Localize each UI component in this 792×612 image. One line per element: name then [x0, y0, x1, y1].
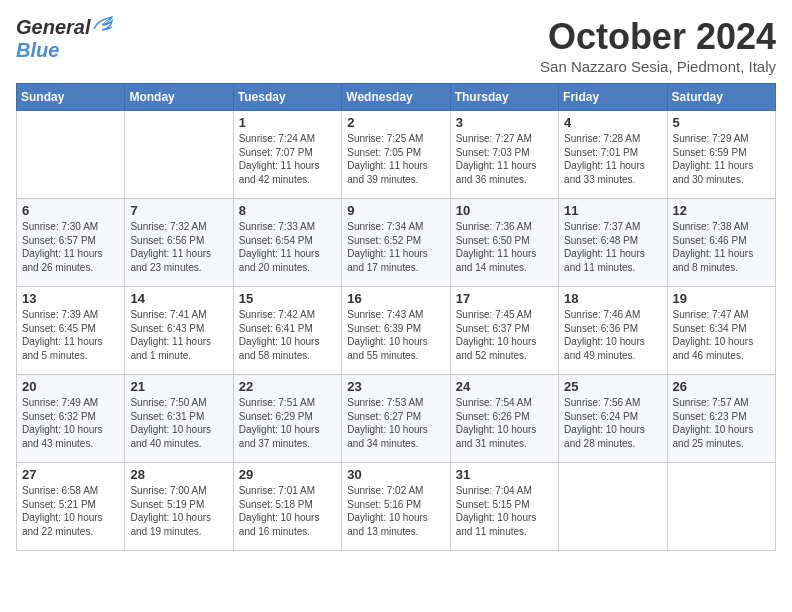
day-info: Sunrise: 7:29 AMSunset: 6:59 PMDaylight:…: [673, 132, 770, 186]
day-number: 4: [564, 115, 661, 130]
calendar-cell: 20Sunrise: 7:49 AMSunset: 6:32 PMDayligh…: [17, 375, 125, 463]
day-number: 16: [347, 291, 444, 306]
day-info: Sunrise: 7:53 AMSunset: 6:27 PMDaylight:…: [347, 396, 444, 450]
day-number: 11: [564, 203, 661, 218]
day-info: Sunrise: 7:49 AMSunset: 6:32 PMDaylight:…: [22, 396, 119, 450]
day-number: 25: [564, 379, 661, 394]
calendar-cell: 24Sunrise: 7:54 AMSunset: 6:26 PMDayligh…: [450, 375, 558, 463]
day-info: Sunrise: 7:02 AMSunset: 5:16 PMDaylight:…: [347, 484, 444, 538]
day-info: Sunrise: 7:27 AMSunset: 7:03 PMDaylight:…: [456, 132, 553, 186]
month-title: October 2024: [540, 16, 776, 58]
calendar-week-2: 6Sunrise: 7:30 AMSunset: 6:57 PMDaylight…: [17, 199, 776, 287]
calendar-cell: 7Sunrise: 7:32 AMSunset: 6:56 PMDaylight…: [125, 199, 233, 287]
calendar-cell: [559, 463, 667, 551]
day-number: 3: [456, 115, 553, 130]
weekday-header-tuesday: Tuesday: [233, 84, 341, 111]
logo-bird-icon: [92, 15, 114, 37]
day-number: 8: [239, 203, 336, 218]
calendar-week-3: 13Sunrise: 7:39 AMSunset: 6:45 PMDayligh…: [17, 287, 776, 375]
calendar-cell: [667, 463, 775, 551]
day-number: 10: [456, 203, 553, 218]
calendar-cell: 30Sunrise: 7:02 AMSunset: 5:16 PMDayligh…: [342, 463, 450, 551]
calendar-cell: 5Sunrise: 7:29 AMSunset: 6:59 PMDaylight…: [667, 111, 775, 199]
calendar-cell: 29Sunrise: 7:01 AMSunset: 5:18 PMDayligh…: [233, 463, 341, 551]
calendar-cell: 22Sunrise: 7:51 AMSunset: 6:29 PMDayligh…: [233, 375, 341, 463]
calendar-cell: 15Sunrise: 7:42 AMSunset: 6:41 PMDayligh…: [233, 287, 341, 375]
calendar-cell: 21Sunrise: 7:50 AMSunset: 6:31 PMDayligh…: [125, 375, 233, 463]
calendar-cell: [17, 111, 125, 199]
day-number: 20: [22, 379, 119, 394]
page-header: General Blue October 2024 San Nazzaro Se…: [16, 16, 776, 75]
day-info: Sunrise: 7:24 AMSunset: 7:07 PMDaylight:…: [239, 132, 336, 186]
day-number: 31: [456, 467, 553, 482]
day-info: Sunrise: 7:04 AMSunset: 5:15 PMDaylight:…: [456, 484, 553, 538]
calendar-cell: 31Sunrise: 7:04 AMSunset: 5:15 PMDayligh…: [450, 463, 558, 551]
logo: General Blue: [16, 16, 114, 62]
day-number: 5: [673, 115, 770, 130]
logo-blue: Blue: [16, 39, 59, 61]
calendar-cell: 9Sunrise: 7:34 AMSunset: 6:52 PMDaylight…: [342, 199, 450, 287]
calendar-cell: 4Sunrise: 7:28 AMSunset: 7:01 PMDaylight…: [559, 111, 667, 199]
day-info: Sunrise: 7:39 AMSunset: 6:45 PMDaylight:…: [22, 308, 119, 362]
day-number: 17: [456, 291, 553, 306]
calendar-week-4: 20Sunrise: 7:49 AMSunset: 6:32 PMDayligh…: [17, 375, 776, 463]
title-block: October 2024 San Nazzaro Sesia, Piedmont…: [540, 16, 776, 75]
day-number: 9: [347, 203, 444, 218]
calendar-cell: 6Sunrise: 7:30 AMSunset: 6:57 PMDaylight…: [17, 199, 125, 287]
day-number: 28: [130, 467, 227, 482]
day-info: Sunrise: 7:33 AMSunset: 6:54 PMDaylight:…: [239, 220, 336, 274]
calendar-cell: 16Sunrise: 7:43 AMSunset: 6:39 PMDayligh…: [342, 287, 450, 375]
calendar-cell: 3Sunrise: 7:27 AMSunset: 7:03 PMDaylight…: [450, 111, 558, 199]
calendar-cell: 14Sunrise: 7:41 AMSunset: 6:43 PMDayligh…: [125, 287, 233, 375]
calendar-cell: 25Sunrise: 7:56 AMSunset: 6:24 PMDayligh…: [559, 375, 667, 463]
day-number: 19: [673, 291, 770, 306]
day-info: Sunrise: 7:25 AMSunset: 7:05 PMDaylight:…: [347, 132, 444, 186]
calendar-week-1: 1Sunrise: 7:24 AMSunset: 7:07 PMDaylight…: [17, 111, 776, 199]
weekday-header-friday: Friday: [559, 84, 667, 111]
weekday-header-wednesday: Wednesday: [342, 84, 450, 111]
day-number: 1: [239, 115, 336, 130]
day-info: Sunrise: 7:47 AMSunset: 6:34 PMDaylight:…: [673, 308, 770, 362]
day-info: Sunrise: 7:28 AMSunset: 7:01 PMDaylight:…: [564, 132, 661, 186]
day-info: Sunrise: 7:43 AMSunset: 6:39 PMDaylight:…: [347, 308, 444, 362]
calendar-cell: 26Sunrise: 7:57 AMSunset: 6:23 PMDayligh…: [667, 375, 775, 463]
day-info: Sunrise: 7:56 AMSunset: 6:24 PMDaylight:…: [564, 396, 661, 450]
day-number: 2: [347, 115, 444, 130]
day-info: Sunrise: 7:54 AMSunset: 6:26 PMDaylight:…: [456, 396, 553, 450]
day-number: 30: [347, 467, 444, 482]
calendar-cell: 8Sunrise: 7:33 AMSunset: 6:54 PMDaylight…: [233, 199, 341, 287]
calendar-cell: 11Sunrise: 7:37 AMSunset: 6:48 PMDayligh…: [559, 199, 667, 287]
day-number: 14: [130, 291, 227, 306]
calendar-cell: 27Sunrise: 6:58 AMSunset: 5:21 PMDayligh…: [17, 463, 125, 551]
day-info: Sunrise: 7:01 AMSunset: 5:18 PMDaylight:…: [239, 484, 336, 538]
day-number: 22: [239, 379, 336, 394]
calendar-cell: 28Sunrise: 7:00 AMSunset: 5:19 PMDayligh…: [125, 463, 233, 551]
calendar-cell: 1Sunrise: 7:24 AMSunset: 7:07 PMDaylight…: [233, 111, 341, 199]
calendar-cell: 2Sunrise: 7:25 AMSunset: 7:05 PMDaylight…: [342, 111, 450, 199]
calendar-cell: 23Sunrise: 7:53 AMSunset: 6:27 PMDayligh…: [342, 375, 450, 463]
day-info: Sunrise: 7:51 AMSunset: 6:29 PMDaylight:…: [239, 396, 336, 450]
day-number: 13: [22, 291, 119, 306]
weekday-header-monday: Monday: [125, 84, 233, 111]
calendar-cell: 19Sunrise: 7:47 AMSunset: 6:34 PMDayligh…: [667, 287, 775, 375]
day-number: 21: [130, 379, 227, 394]
calendar-cell: [125, 111, 233, 199]
day-info: Sunrise: 7:45 AMSunset: 6:37 PMDaylight:…: [456, 308, 553, 362]
day-info: Sunrise: 6:58 AMSunset: 5:21 PMDaylight:…: [22, 484, 119, 538]
calendar-table: SundayMondayTuesdayWednesdayThursdayFrid…: [16, 83, 776, 551]
day-info: Sunrise: 7:37 AMSunset: 6:48 PMDaylight:…: [564, 220, 661, 274]
day-number: 7: [130, 203, 227, 218]
logo-general: General: [16, 16, 90, 39]
day-info: Sunrise: 7:36 AMSunset: 6:50 PMDaylight:…: [456, 220, 553, 274]
calendar-cell: 18Sunrise: 7:46 AMSunset: 6:36 PMDayligh…: [559, 287, 667, 375]
weekday-header-saturday: Saturday: [667, 84, 775, 111]
day-info: Sunrise: 7:32 AMSunset: 6:56 PMDaylight:…: [130, 220, 227, 274]
day-info: Sunrise: 7:30 AMSunset: 6:57 PMDaylight:…: [22, 220, 119, 274]
day-number: 6: [22, 203, 119, 218]
calendar-week-5: 27Sunrise: 6:58 AMSunset: 5:21 PMDayligh…: [17, 463, 776, 551]
day-info: Sunrise: 7:41 AMSunset: 6:43 PMDaylight:…: [130, 308, 227, 362]
day-info: Sunrise: 7:50 AMSunset: 6:31 PMDaylight:…: [130, 396, 227, 450]
day-number: 24: [456, 379, 553, 394]
calendar-cell: 10Sunrise: 7:36 AMSunset: 6:50 PMDayligh…: [450, 199, 558, 287]
day-info: Sunrise: 7:38 AMSunset: 6:46 PMDaylight:…: [673, 220, 770, 274]
